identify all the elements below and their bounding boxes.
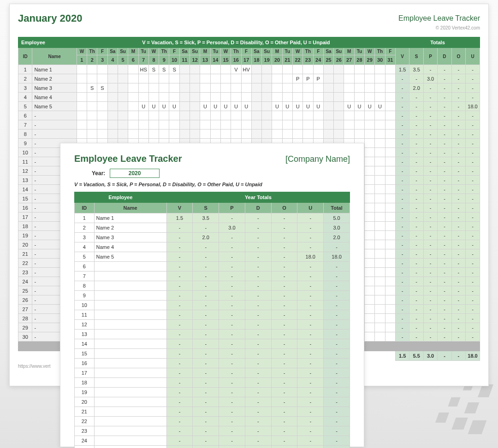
day-cell[interactable] bbox=[190, 83, 200, 93]
day-cell[interactable] bbox=[128, 93, 138, 102]
day-cell[interactable] bbox=[365, 286, 375, 295]
day-cell[interactable] bbox=[292, 120, 302, 130]
day-cell[interactable] bbox=[128, 83, 138, 93]
day-cell[interactable] bbox=[323, 120, 333, 130]
day-cell[interactable] bbox=[169, 74, 179, 83]
day-cell[interactable] bbox=[251, 102, 261, 111]
day-cell[interactable] bbox=[385, 323, 395, 332]
day-cell[interactable] bbox=[231, 111, 241, 120]
day-cell[interactable] bbox=[190, 130, 200, 139]
day-cell[interactable] bbox=[148, 83, 159, 93]
day-cell[interactable] bbox=[303, 83, 313, 93]
day-cell[interactable] bbox=[385, 139, 395, 148]
day-cell[interactable] bbox=[334, 111, 344, 120]
day-cell[interactable] bbox=[210, 93, 220, 102]
day-cell[interactable] bbox=[107, 74, 118, 83]
day-cell[interactable] bbox=[375, 212, 385, 222]
day-cell[interactable] bbox=[87, 111, 97, 120]
day-cell[interactable] bbox=[365, 194, 375, 203]
day-cell[interactable] bbox=[365, 305, 375, 314]
day-cell[interactable] bbox=[210, 111, 220, 120]
day-cell[interactable] bbox=[138, 130, 148, 139]
day-cell[interactable]: V bbox=[231, 65, 241, 74]
day-cell[interactable] bbox=[231, 83, 241, 93]
day-cell[interactable] bbox=[241, 130, 251, 139]
day-cell[interactable] bbox=[231, 120, 241, 130]
day-cell[interactable] bbox=[241, 83, 251, 93]
day-cell[interactable] bbox=[375, 203, 385, 212]
day-cell[interactable] bbox=[97, 74, 107, 83]
day-cell[interactable] bbox=[220, 83, 231, 93]
day-cell[interactable] bbox=[241, 74, 251, 83]
day-cell[interactable]: U bbox=[138, 102, 148, 111]
day-cell[interactable] bbox=[365, 295, 375, 305]
day-cell[interactable] bbox=[375, 240, 385, 249]
day-cell[interactable] bbox=[220, 74, 231, 83]
day-cell[interactable] bbox=[375, 295, 385, 305]
day-cell[interactable] bbox=[365, 314, 375, 323]
day-cell[interactable] bbox=[159, 93, 169, 102]
day-cell[interactable] bbox=[365, 139, 375, 148]
day-cell[interactable] bbox=[323, 102, 333, 111]
day-cell[interactable] bbox=[87, 120, 97, 130]
day-cell[interactable] bbox=[375, 166, 385, 176]
day-cell[interactable] bbox=[128, 65, 138, 74]
day-cell[interactable] bbox=[200, 74, 210, 83]
day-cell[interactable] bbox=[118, 93, 128, 102]
day-cell[interactable] bbox=[385, 259, 395, 268]
day-cell[interactable] bbox=[375, 277, 385, 286]
day-cell[interactable] bbox=[87, 102, 97, 111]
day-cell[interactable] bbox=[375, 74, 385, 83]
day-cell[interactable] bbox=[190, 111, 200, 120]
day-cell[interactable] bbox=[344, 130, 354, 139]
day-cell[interactable] bbox=[97, 65, 107, 74]
day-cell[interactable] bbox=[138, 93, 148, 102]
day-cell[interactable] bbox=[118, 102, 128, 111]
day-cell[interactable] bbox=[385, 314, 395, 323]
day-cell[interactable] bbox=[385, 166, 395, 176]
day-cell[interactable] bbox=[365, 240, 375, 249]
day-cell[interactable] bbox=[354, 120, 364, 130]
day-cell[interactable] bbox=[169, 111, 179, 120]
day-cell[interactable] bbox=[251, 83, 261, 93]
day-cell[interactable] bbox=[87, 93, 97, 102]
day-cell[interactable] bbox=[375, 176, 385, 185]
day-cell[interactable] bbox=[262, 120, 272, 130]
day-cell[interactable] bbox=[365, 157, 375, 166]
day-cell[interactable] bbox=[118, 130, 128, 139]
day-cell[interactable] bbox=[354, 65, 364, 74]
day-cell[interactable] bbox=[303, 111, 313, 120]
day-cell[interactable] bbox=[272, 111, 282, 120]
day-cell[interactable] bbox=[365, 268, 375, 277]
day-cell[interactable] bbox=[262, 65, 272, 74]
day-cell[interactable] bbox=[210, 83, 220, 93]
day-cell[interactable] bbox=[385, 277, 395, 286]
day-cell[interactable] bbox=[118, 74, 128, 83]
day-cell[interactable] bbox=[97, 111, 107, 120]
day-cell[interactable]: U bbox=[231, 102, 241, 111]
day-cell[interactable] bbox=[210, 130, 220, 139]
day-cell[interactable] bbox=[220, 130, 231, 139]
day-cell[interactable] bbox=[138, 74, 148, 83]
day-cell[interactable] bbox=[375, 249, 385, 259]
day-cell[interactable] bbox=[385, 157, 395, 166]
day-cell[interactable] bbox=[179, 65, 190, 74]
day-cell[interactable] bbox=[303, 93, 313, 102]
day-cell[interactable] bbox=[385, 120, 395, 130]
day-cell[interactable] bbox=[190, 74, 200, 83]
day-cell[interactable] bbox=[282, 74, 292, 83]
day-cell[interactable] bbox=[128, 74, 138, 83]
day-cell[interactable] bbox=[179, 102, 190, 111]
day-cell[interactable] bbox=[354, 111, 364, 120]
day-cell[interactable] bbox=[220, 120, 231, 130]
day-cell[interactable] bbox=[107, 83, 118, 93]
day-cell[interactable] bbox=[148, 130, 159, 139]
day-cell[interactable] bbox=[282, 130, 292, 139]
day-cell[interactable] bbox=[148, 93, 159, 102]
day-cell[interactable]: U bbox=[220, 102, 231, 111]
day-cell[interactable] bbox=[77, 130, 87, 139]
day-cell[interactable] bbox=[251, 93, 261, 102]
day-cell[interactable] bbox=[375, 268, 385, 277]
day-cell[interactable]: U bbox=[313, 102, 323, 111]
day-cell[interactable] bbox=[128, 102, 138, 111]
